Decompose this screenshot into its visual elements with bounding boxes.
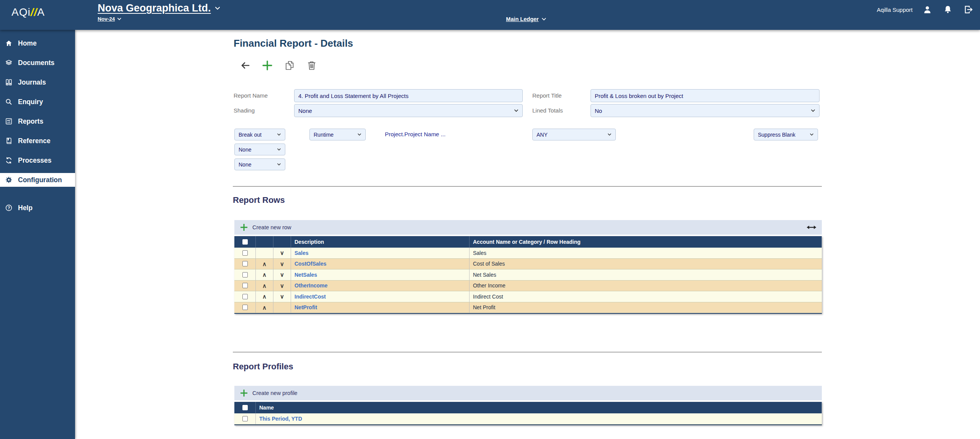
- move-down-button[interactable]: ∨: [280, 261, 284, 267]
- shading-select[interactable]: None: [294, 104, 523, 117]
- company-name: Nova Geographica Ltd.: [98, 2, 211, 14]
- lined-totals-select[interactable]: No: [591, 104, 820, 117]
- sidebar-item-label: Journals: [18, 78, 46, 86]
- chevron-down-icon: [542, 18, 546, 21]
- notifications-button[interactable]: [942, 3, 954, 16]
- sidebar-item-home[interactable]: Home: [0, 36, 75, 50]
- report-name-input[interactable]: [294, 89, 523, 102]
- create-new-row-bar[interactable]: Create new row: [234, 220, 822, 235]
- break-out-3-value: None: [239, 162, 277, 168]
- sidebar-item-processes[interactable]: Processes: [0, 153, 75, 167]
- row-description-link[interactable]: NetProfit: [294, 304, 317, 310]
- sidebar-item-reports[interactable]: Reports: [0, 114, 75, 128]
- break-out-value: Break out: [239, 132, 277, 138]
- bell-icon: [943, 5, 952, 14]
- profile-name-link[interactable]: This Period, YTD: [259, 416, 302, 422]
- main-content: Financial Report - Details Report Name R…: [75, 30, 980, 439]
- sidebar-item-label: Enquiry: [18, 98, 43, 106]
- move-down-button[interactable]: ∨: [280, 294, 284, 299]
- sidebar-item-configuration[interactable]: Configuration: [0, 173, 75, 187]
- sidebar-item-enquiry[interactable]: Enquiry: [0, 95, 75, 109]
- move-up-button[interactable]: ∧: [262, 272, 267, 277]
- ledger-selector[interactable]: Main Ledger: [506, 16, 546, 22]
- add-button[interactable]: [261, 59, 273, 72]
- project-name-link[interactable]: Project.Project Name ...: [385, 131, 445, 137]
- user-area: Aqilla Support: [877, 3, 975, 16]
- runtime-select[interactable]: Runtime: [309, 129, 366, 140]
- table-row: ∧ ∨ IndirectCost Indirect Cost: [234, 291, 822, 302]
- lined-totals-label: Lined Totals: [532, 107, 563, 114]
- break-out-2-value: None: [239, 147, 277, 153]
- copy-button[interactable]: [283, 59, 296, 72]
- expand-columns-button[interactable]: [807, 224, 816, 231]
- row-checkbox[interactable]: [242, 294, 248, 299]
- company-selector[interactable]: Nova Geographica Ltd.: [98, 2, 220, 14]
- break-out-select-3[interactable]: None: [234, 158, 285, 170]
- chevron-down-icon: [277, 163, 281, 166]
- gear-icon: [5, 176, 13, 184]
- row-checkbox[interactable]: [242, 250, 248, 256]
- move-down-button[interactable]: ∨: [280, 250, 284, 256]
- move-down-column: [273, 236, 291, 248]
- period-selector[interactable]: Nov-24: [98, 16, 121, 22]
- chevron-down-icon: [357, 133, 362, 136]
- back-button[interactable]: [239, 59, 251, 72]
- name-column-header: Name: [256, 402, 822, 413]
- select-all-checkbox[interactable]: [242, 239, 248, 245]
- chevron-down-icon: [810, 133, 814, 136]
- row-account-text: Sales: [473, 250, 486, 256]
- row-account-text: Net Sales: [473, 272, 496, 278]
- row-checkbox[interactable]: [242, 283, 248, 288]
- chevron-down-icon: [514, 109, 519, 112]
- any-select[interactable]: ANY: [532, 129, 616, 140]
- suppress-blank-value: Suppress Blank: [758, 132, 810, 138]
- back-arrow-icon: [239, 60, 251, 71]
- row-description-link[interactable]: IndirectCost: [294, 294, 326, 300]
- delete-button[interactable]: [306, 59, 318, 72]
- sidebar-item-label: Processes: [18, 157, 52, 165]
- row-description-link[interactable]: NetSales: [294, 272, 317, 278]
- row-account-text: Indirect Cost: [473, 294, 503, 300]
- sidebar-item-label: Home: [18, 39, 37, 47]
- aqilla-logo[interactable]: AQi//A: [11, 6, 45, 18]
- move-down-button[interactable]: ∨: [280, 272, 284, 277]
- move-up-button[interactable]: ∧: [262, 294, 267, 299]
- row-checkbox[interactable]: [242, 305, 248, 310]
- suppress-blank-select[interactable]: Suppress Blank: [754, 129, 818, 140]
- section-divider: [233, 352, 822, 353]
- create-new-profile-bar[interactable]: Create new profile: [234, 386, 822, 400]
- row-checkbox[interactable]: [242, 261, 248, 266]
- select-all-checkbox[interactable]: [242, 405, 248, 410]
- logo-slashes: //: [31, 6, 38, 18]
- move-up-button[interactable]: ∧: [262, 283, 267, 289]
- chevron-down-icon: [215, 7, 220, 10]
- row-account-text: Cost of Sales: [473, 261, 505, 267]
- move-up-button[interactable]: ∧: [262, 261, 267, 267]
- row-description-link[interactable]: CostOfSales: [294, 261, 326, 267]
- row-checkbox[interactable]: [242, 416, 248, 421]
- lined-totals-value: No: [595, 108, 811, 114]
- chevron-down-icon: [117, 18, 121, 20]
- runtime-value: Runtime: [314, 132, 357, 138]
- logout-button[interactable]: [962, 3, 975, 16]
- user-profile-button[interactable]: [921, 3, 933, 16]
- table-row: ∧ ∨ OtherIncome Other Income: [234, 281, 822, 292]
- plus-icon: [240, 223, 248, 232]
- move-down-button[interactable]: ∨: [280, 283, 284, 289]
- sidebar-item-help[interactable]: ? Help: [0, 201, 75, 215]
- sidebar-item-journals[interactable]: Journals: [0, 75, 75, 89]
- row-description-link[interactable]: OtherIncome: [294, 282, 327, 289]
- row-description-link[interactable]: Sales: [294, 250, 309, 256]
- report-rows-table-header: Description Account Name or Category / R…: [234, 236, 822, 248]
- move-up-button[interactable]: ∧: [262, 305, 267, 310]
- help-icon: ?: [5, 204, 13, 212]
- create-new-row-label: Create new row: [252, 224, 291, 230]
- sidebar-item-label: Help: [18, 204, 33, 212]
- sidebar-item-label: Documents: [18, 59, 54, 67]
- break-out-select-2[interactable]: None: [234, 144, 285, 155]
- break-out-select[interactable]: Break out: [234, 129, 285, 140]
- sidebar-item-reference[interactable]: Reference: [0, 134, 75, 148]
- row-checkbox[interactable]: [242, 272, 248, 277]
- sidebar-item-documents[interactable]: Documents: [0, 56, 75, 70]
- report-title-input[interactable]: [591, 89, 820, 102]
